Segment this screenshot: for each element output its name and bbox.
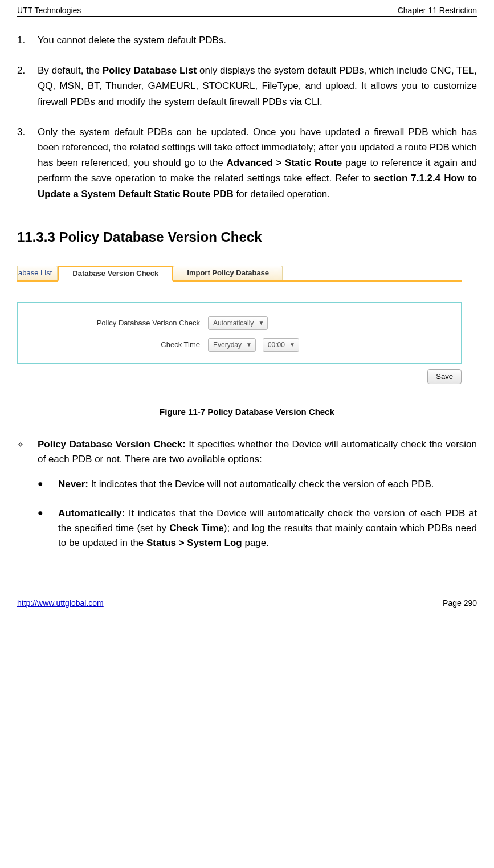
settings-form: Policy Database Verison Check Automatica…: [17, 302, 462, 364]
row-check-time: Check Time Everyday ▼ 00:00 ▼: [29, 338, 450, 352]
item-number: 1.: [17, 32, 38, 48]
tab-import-policy-database[interactable]: Import Policy Database: [173, 266, 283, 282]
definition-body: Policy Database Version Check: It specif…: [38, 437, 477, 467]
bold-text: Policy Database List: [103, 65, 197, 76]
item-text: Only the system default PDBs can be upda…: [38, 124, 477, 202]
text: for detailed operation.: [234, 189, 330, 199]
select-check-day[interactable]: Everyday ▼: [208, 338, 256, 352]
embedded-ui-screenshot: abase List Database Version Check Import…: [17, 266, 462, 384]
row-version-check: Policy Database Verison Check Automatica…: [29, 316, 450, 330]
tab-database-list-partial[interactable]: abase List: [17, 266, 58, 282]
bullet-text: It indicates that the Device will not au…: [88, 479, 434, 490]
select-check-hour[interactable]: 00:00 ▼: [263, 338, 299, 352]
chevron-down-icon: ▼: [258, 320, 264, 326]
bullet-icon: ●: [38, 506, 58, 551]
chevron-down-icon: ▼: [289, 341, 295, 348]
bullet-body: Automatically: It indicates that the Dev…: [58, 506, 477, 551]
footer-link[interactable]: http://www.uttglobal.com: [17, 598, 104, 608]
figure-caption: Figure 11-7 Policy Database Version Chec…: [17, 407, 477, 417]
section-heading: 11.3.3 Policy Database Version Check: [17, 229, 477, 245]
page-number: Page 290: [443, 598, 477, 608]
definition-term: Policy Database Version Check:: [38, 439, 186, 450]
ordered-item-1: 1. You cannot delete the system default …: [17, 32, 477, 48]
ordered-item-2: 2. By default, the Policy Database List …: [17, 63, 477, 109]
tab-spacer: [283, 266, 462, 282]
select-value: 00:00: [268, 341, 285, 349]
definition-item: ✧ Policy Database Version Check: It spec…: [17, 437, 477, 467]
bullet-term: Automatically:: [58, 508, 125, 519]
header-left: UTT Technologies: [17, 6, 81, 15]
bold-text: Check Time: [169, 523, 224, 533]
item-number: 2.: [17, 63, 38, 109]
tab-bar: abase List Database Version Check Import…: [17, 266, 462, 282]
select-version-check-mode[interactable]: Automatically ▼: [208, 316, 268, 330]
document-page: UTT Technologies Chapter 11 Restriction …: [0, 0, 494, 608]
sub-bullet-never: ● Never: It indicates that the Device wi…: [38, 477, 477, 492]
tab-database-version-check[interactable]: Database Version Check: [58, 266, 173, 282]
text: page.: [242, 537, 269, 548]
page-header: UTT Technologies Chapter 11 Restriction: [17, 6, 477, 17]
chevron-down-icon: ▼: [246, 341, 252, 348]
bullet-icon: ●: [38, 477, 58, 492]
save-row: Save: [17, 369, 462, 384]
ordered-item-3: 3. Only the system default PDBs can be u…: [17, 124, 477, 202]
header-right: Chapter 11 Restriction: [398, 6, 477, 15]
save-button[interactable]: Save: [427, 369, 462, 384]
text: By default, the: [38, 65, 103, 76]
bullet-term: Never:: [58, 479, 88, 490]
select-value: Automatically: [213, 319, 254, 327]
label-check-time: Check Time: [29, 340, 208, 349]
diamond-bullet-icon: ✧: [17, 437, 38, 467]
select-value: Everyday: [213, 341, 242, 349]
page-footer: http://www.uttglobal.com Page 290: [17, 597, 477, 608]
item-text: You cannot delete the system default PDB…: [38, 32, 477, 48]
item-number: 3.: [17, 124, 38, 202]
label-version-check: Policy Database Verison Check: [29, 319, 208, 327]
bold-text: Status > System Log: [146, 537, 242, 548]
bold-text: Advanced > Static Route: [226, 157, 342, 168]
bullet-body: Never: It indicates that the Device will…: [58, 477, 477, 492]
sub-bullet-automatically: ● Automatically: It indicates that the D…: [38, 506, 477, 551]
item-text: By default, the Policy Database List onl…: [38, 63, 477, 109]
